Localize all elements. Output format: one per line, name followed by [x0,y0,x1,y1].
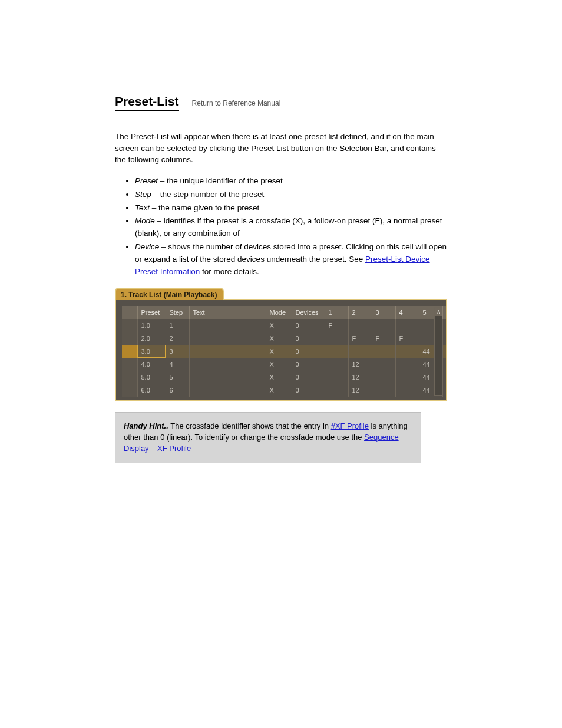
cell-mode[interactable]: X [266,345,292,358]
cell-c2[interactable]: 12 [348,358,372,371]
cell-c3[interactable] [372,319,395,332]
cell-c4[interactable]: F [395,332,419,345]
cell-step[interactable]: 3 [166,345,189,358]
cell-c3[interactable] [372,345,395,358]
cell-preset[interactable]: 6.0 [137,384,166,397]
cell-c3[interactable] [372,358,395,371]
col-step-header[interactable]: Step [166,306,189,319]
cell-text[interactable] [189,332,266,345]
col-mode-header[interactable]: Mode [266,306,292,319]
col-2-header[interactable]: 2 [348,306,372,319]
cell-c1[interactable] [325,384,348,397]
bullet-device: Device – shows the number of devices sto… [135,241,447,278]
cell-c1[interactable] [325,345,348,358]
cell-mode[interactable]: X [266,358,292,371]
cell-step[interactable]: 2 [166,332,189,345]
row-handle[interactable] [122,345,137,358]
bullet-preset: Preset – the unique identifier of the pr… [135,175,447,187]
cell-devices[interactable]: 0 [292,371,325,384]
row-handle[interactable] [122,358,137,371]
cell-c4[interactable] [395,358,419,371]
cell-step[interactable]: 1 [166,319,189,332]
cell-preset[interactable]: 1.0 [137,319,166,332]
col-1-header[interactable]: 1 [325,306,348,319]
cell-devices[interactable]: 0 [292,332,325,345]
cell-c6[interactable] [442,319,447,332]
cell-c3[interactable] [372,384,395,397]
cell-c2[interactable]: F [348,332,372,345]
cell-c2[interactable] [348,319,372,332]
scrollbar[interactable]: ∧ [434,307,442,396]
cell-mode[interactable]: X [266,384,292,397]
cell-c4[interactable] [395,371,419,384]
cell-c2[interactable] [348,345,372,358]
table-row[interactable]: 6.06X01244 [122,384,447,397]
preset-table: Preset Step Text Mode Devices 1 2 3 4 5 … [122,306,447,397]
track-list-panel: 1. Track List (Main Playback) Preset Ste… [115,286,447,401]
cell-mode[interactable]: X [266,371,292,384]
track-list-tab[interactable]: 1. Track List (Main Playback) [115,288,224,300]
table-row[interactable]: 3.03X044 [122,345,447,358]
col-4-header[interactable]: 4 [395,306,419,319]
cell-c3[interactable]: F [372,332,395,345]
cell-c6[interactable] [442,358,447,371]
cell-devices[interactable]: 0 [292,319,325,332]
row-handle[interactable] [122,371,137,384]
table-row[interactable]: 1.01X0F [122,319,447,332]
hint-lead: Handy Hint.. [124,421,168,430]
cell-c4[interactable] [395,319,419,332]
cell-c2[interactable]: 12 [348,371,372,384]
cell-c4[interactable] [395,345,419,358]
bullet-mode: Mode – identifies if the preset is a cro… [135,215,447,240]
col-preset-header[interactable]: Preset [137,306,166,319]
return-link[interactable]: Return to Reference Manual [192,99,281,107]
cell-devices[interactable]: 0 [292,358,325,371]
hint-box: Handy Hint.. The crossfade identifier sh… [115,412,421,463]
cell-mode[interactable]: X [266,319,292,332]
table-row[interactable]: 4.04X01244 [122,358,447,371]
cell-preset[interactable]: 3.0 [137,345,166,358]
bullet-step: Step – the step number of the preset [135,189,447,201]
table-row[interactable]: 2.02X0FFF [122,332,447,345]
cell-step[interactable]: 5 [166,371,189,384]
cell-text[interactable] [189,319,266,332]
cell-text[interactable] [189,345,266,358]
column-bullets: Preset – the unique identifier of the pr… [135,175,447,278]
cell-c6[interactable] [442,332,447,345]
hint-body-1: The crossfade identifier shows that the … [168,421,331,430]
cell-text[interactable] [189,371,266,384]
xf-profile-link[interactable]: #XF Profile [331,421,369,430]
cell-devices[interactable]: 0 [292,345,325,358]
cell-text[interactable] [189,358,266,371]
cell-c3[interactable] [372,371,395,384]
cell-c6[interactable] [442,384,447,397]
cell-preset[interactable]: 2.0 [137,332,166,345]
cell-c1[interactable] [325,332,348,345]
cell-c1[interactable] [325,358,348,371]
cell-step[interactable]: 6 [166,384,189,397]
cell-c1[interactable]: F [325,319,348,332]
cell-step[interactable]: 4 [166,358,189,371]
cell-preset[interactable]: 4.0 [137,358,166,371]
cell-c2[interactable]: 12 [348,384,372,397]
cell-preset[interactable]: 5.0 [137,371,166,384]
col-6-header[interactable] [442,306,447,319]
table-header-row: Preset Step Text Mode Devices 1 2 3 4 5 [122,306,447,319]
cell-c4[interactable] [395,384,419,397]
row-handle[interactable] [122,384,137,397]
cell-mode[interactable]: X [266,332,292,345]
row-handle[interactable] [122,332,137,345]
col-3-header[interactable]: 3 [372,306,395,319]
col-text-header[interactable]: Text [189,306,266,319]
cell-devices[interactable]: 0 [292,384,325,397]
scroll-up-icon[interactable]: ∧ [435,308,442,316]
intro-text: The Preset-List will appear when there i… [115,131,447,166]
cell-text[interactable] [189,384,266,397]
table-row[interactable]: 5.05X01244 [122,371,447,384]
col-handle-header [122,306,137,319]
cell-c1[interactable] [325,371,348,384]
row-handle[interactable] [122,319,137,332]
col-devices-header[interactable]: Devices [292,306,325,319]
cell-c6[interactable] [442,345,447,358]
cell-c6[interactable] [442,371,447,384]
